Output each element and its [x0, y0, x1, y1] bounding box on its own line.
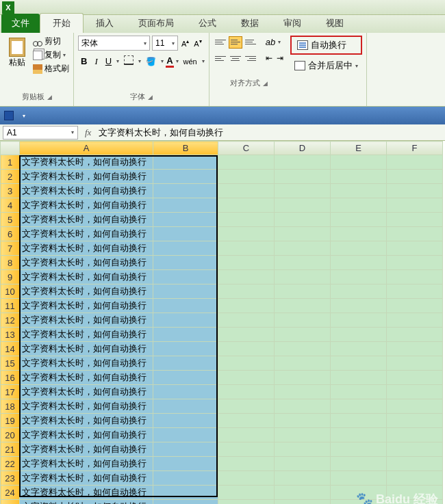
row-head-24[interactable]: 24 [1, 486, 20, 500]
font-size-select[interactable]: 11▾ [152, 36, 178, 51]
cell-B4[interactable] [153, 198, 218, 213]
cell-B17[interactable] [153, 385, 218, 399]
tab-file[interactable]: 文件 [1, 14, 40, 33]
cell-C5[interactable] [218, 213, 275, 227]
cell-B6[interactable] [153, 227, 218, 241]
cell-E12[interactable] [331, 313, 387, 328]
row-head-5[interactable]: 5 [1, 213, 20, 227]
cell-F18[interactable] [387, 399, 443, 414]
cell-C1[interactable] [218, 155, 275, 170]
cell-B11[interactable] [153, 299, 218, 313]
cell-F8[interactable] [387, 256, 443, 270]
cell-C3[interactable] [218, 184, 275, 198]
row-head-1[interactable]: 1 [1, 155, 20, 170]
cell-D12[interactable] [275, 313, 331, 328]
cell-F10[interactable] [387, 284, 443, 299]
cell-B9[interactable] [153, 270, 218, 284]
cell-F19[interactable] [387, 414, 443, 428]
cell-E18[interactable] [331, 399, 387, 414]
cell-C16[interactable] [218, 371, 275, 385]
cell-E15[interactable] [331, 356, 387, 371]
paste-button[interactable]: 粘贴 [4, 36, 30, 90]
cell-B21[interactable] [153, 442, 218, 457]
font-name-select[interactable]: 宋体▾ [78, 36, 150, 51]
cell-D21[interactable] [275, 442, 331, 457]
cell-B5[interactable] [153, 213, 218, 227]
cell-E4[interactable] [331, 198, 387, 213]
name-box[interactable]: A1▾ [3, 126, 78, 140]
cell-C10[interactable] [218, 284, 275, 299]
row-head-4[interactable]: 4 [1, 198, 20, 213]
tab-review[interactable]: 审阅 [271, 14, 314, 33]
cell-B7[interactable] [153, 241, 218, 256]
cell-A11[interactable]: 文字资料太长时，如何自动换行 [20, 299, 153, 313]
save-button[interactable] [3, 109, 15, 122]
cell-A12[interactable]: 文字资料太长时，如何自动换行 [20, 313, 153, 328]
tab-view[interactable]: 视图 [314, 14, 356, 33]
phonetic-button[interactable]: wén [181, 56, 200, 67]
row-head-12[interactable]: 12 [1, 313, 20, 328]
cell-D20[interactable] [275, 428, 331, 442]
row-head-20[interactable]: 20 [1, 428, 20, 442]
tab-page-layout[interactable]: 页面布局 [126, 14, 186, 33]
cell-F4[interactable] [387, 198, 443, 213]
cell-B18[interactable] [153, 399, 218, 414]
tab-insert[interactable]: 插入 [84, 14, 126, 33]
cell-B2[interactable] [153, 170, 218, 184]
cell-E17[interactable] [331, 385, 387, 399]
increase-indent-button[interactable]: ⇥ [275, 52, 285, 64]
cell-F7[interactable] [387, 241, 443, 256]
tab-data[interactable]: 数据 [229, 14, 271, 33]
cell-C24[interactable] [218, 486, 275, 500]
cell-B14[interactable] [153, 342, 218, 356]
select-all-corner[interactable] [1, 142, 20, 155]
cell-D15[interactable] [275, 356, 331, 371]
cell-D22[interactable] [275, 457, 331, 471]
cell-F6[interactable] [387, 227, 443, 241]
cell-A3[interactable]: 文字资料太长时，如何自动换行 [20, 184, 153, 198]
cell-D10[interactable] [275, 284, 331, 299]
cell-E8[interactable] [331, 256, 387, 270]
row-head-8[interactable]: 8 [1, 256, 20, 270]
cell-E6[interactable] [331, 227, 387, 241]
border-button[interactable] [121, 54, 136, 68]
col-head-B[interactable]: B [153, 142, 218, 155]
row-head-18[interactable]: 18 [1, 399, 20, 414]
col-head-F[interactable]: F [387, 142, 443, 155]
wrap-text-button[interactable]: 自动换行 [290, 36, 362, 55]
row-head-23[interactable]: 23 [1, 471, 20, 486]
alignment-launcher-icon[interactable]: ◢ [263, 80, 268, 87]
cell-C14[interactable] [218, 342, 275, 356]
row-head-3[interactable]: 3 [1, 184, 20, 198]
cell-E21[interactable] [331, 442, 387, 457]
cell-D19[interactable] [275, 414, 331, 428]
cell-B24[interactable] [153, 486, 218, 500]
cell-E3[interactable] [331, 184, 387, 198]
cell-F15[interactable] [387, 356, 443, 371]
underline-button[interactable]: U [103, 55, 114, 68]
cell-D3[interactable] [275, 184, 331, 198]
cell-B12[interactable] [153, 313, 218, 328]
cell-A16[interactable]: 文字资料太长时，如何自动换行 [20, 371, 153, 385]
cell-A23[interactable]: 文字资料太长时，如何自动换行 [20, 471, 153, 486]
cell-E19[interactable] [331, 414, 387, 428]
fx-button[interactable]: fx [81, 127, 95, 138]
tab-home[interactable]: 开始 [40, 13, 84, 33]
align-center-button[interactable] [229, 52, 242, 64]
cell-F5[interactable] [387, 213, 443, 227]
cell-A7[interactable]: 文字资料太长时，如何自动换行 [20, 241, 153, 256]
cell-C22[interactable] [218, 457, 275, 471]
cell-B10[interactable] [153, 284, 218, 299]
cell-E14[interactable] [331, 342, 387, 356]
decrease-indent-button[interactable]: ⇤ [264, 52, 274, 64]
row-head-17[interactable]: 17 [1, 385, 20, 399]
cell-C20[interactable] [218, 428, 275, 442]
font-launcher-icon[interactable]: ◢ [148, 94, 153, 101]
cell-B16[interactable] [153, 371, 218, 385]
cut-button[interactable]: 剪切 [33, 36, 69, 47]
cell-A20[interactable]: 文字资料太长时，如何自动换行 [20, 428, 153, 442]
cell-B8[interactable] [153, 256, 218, 270]
cell-E10[interactable] [331, 284, 387, 299]
cell-F2[interactable] [387, 170, 443, 184]
italic-button[interactable]: I [92, 55, 100, 68]
